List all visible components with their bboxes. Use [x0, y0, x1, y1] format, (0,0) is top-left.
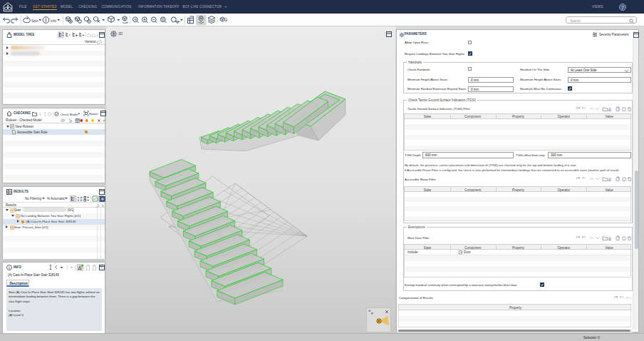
svg-text:Check Model: Check Model — [61, 112, 78, 116]
